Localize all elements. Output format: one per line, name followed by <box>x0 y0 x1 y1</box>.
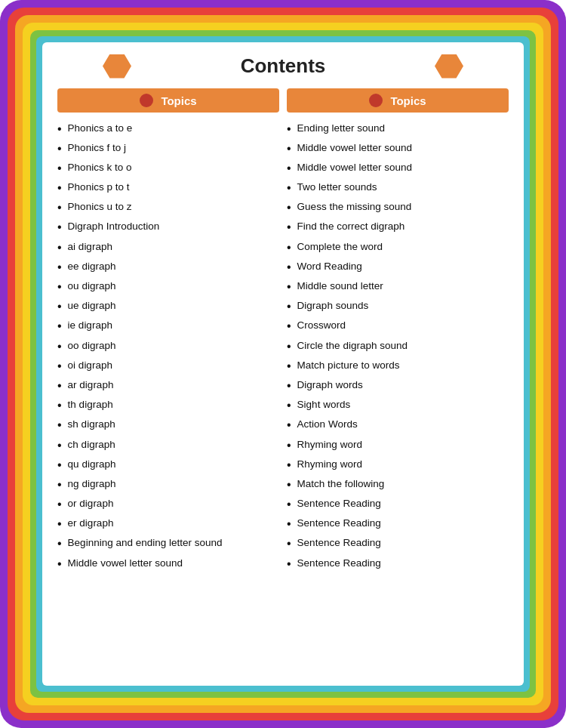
bullet-icon: • <box>57 260 62 274</box>
bullet-icon: • <box>287 557 291 571</box>
topic-text: Middle vowel letter sound <box>68 557 183 570</box>
topic-text: ng digraph <box>68 477 116 491</box>
list-item: •Ending letter sound <box>287 119 509 138</box>
list-item: •ar digraph <box>57 375 279 395</box>
topic-text: Digraph sounds <box>297 299 369 313</box>
left-hex-icon <box>103 54 131 79</box>
bullet-icon: • <box>57 220 62 234</box>
list-item: •Digraph words <box>287 375 509 395</box>
topic-text: Circle the digraph sound <box>297 339 408 353</box>
bullet-icon: • <box>57 378 62 393</box>
border-layer-3: Contents Topics •Phonics a to e•Phoni <box>23 23 543 705</box>
list-item: •Beginning and ending letter sound <box>57 534 279 554</box>
bullet-icon: • <box>57 161 62 175</box>
topic-text: Find the correct digraph <box>297 220 405 233</box>
list-item: •Phonics p to t <box>57 178 279 198</box>
right-header-dot <box>369 94 383 107</box>
topic-text: Phonics k to o <box>68 161 132 174</box>
bullet-icon: • <box>287 141 291 156</box>
topic-text: Digraph words <box>297 378 363 392</box>
bullet-icon: • <box>287 398 291 412</box>
list-item: •Action Words <box>287 415 509 435</box>
bullet-icon: • <box>57 458 62 472</box>
list-item: •th digraph <box>57 396 279 415</box>
topic-text: Middle vowel letter sound <box>297 161 412 174</box>
list-item: •ie digraph <box>57 316 279 336</box>
bullet-icon: • <box>287 319 291 333</box>
topic-text: Sentence Reading <box>297 536 381 550</box>
left-column-header: Topics <box>57 88 279 113</box>
list-item: •Phonics u to z <box>57 198 279 217</box>
topic-text: ue digraph <box>68 299 116 313</box>
topic-text: Sentence Reading <box>297 497 381 511</box>
topic-text: th digraph <box>68 398 113 412</box>
list-item: •oi digraph <box>57 356 279 375</box>
right-header-label: Topics <box>390 94 426 107</box>
topic-text: Sentence Reading <box>297 517 381 530</box>
bullet-icon: • <box>287 378 291 393</box>
title-row: Contents <box>57 54 509 78</box>
bullet-icon: • <box>287 279 291 294</box>
bullet-icon: • <box>57 438 62 452</box>
bullet-icon: • <box>287 260 291 274</box>
topic-text: Sentence Reading <box>297 557 381 570</box>
topic-text: ai digraph <box>68 240 112 254</box>
topic-text: ie digraph <box>68 319 112 332</box>
bullet-icon: • <box>287 536 291 551</box>
topic-text: ou digraph <box>68 279 116 293</box>
list-item: •Phonics a to e <box>57 119 279 138</box>
right-hex-icon <box>435 54 463 79</box>
topic-text: Two letter sounds <box>297 180 377 194</box>
topic-text: qu digraph <box>68 458 116 471</box>
bullet-icon: • <box>57 398 62 412</box>
topic-text: Rhyming word <box>297 438 362 452</box>
list-item: •Middle vowel letter sound <box>57 554 279 573</box>
bullet-icon: • <box>57 240 62 254</box>
bullet-icon: • <box>57 517 62 531</box>
bullet-icon: • <box>57 418 62 432</box>
left-topic-list: •Phonics a to e•Phonics f to j•Phonics k… <box>57 119 279 573</box>
left-header-dot <box>140 94 153 107</box>
list-item: •Phonics f to j <box>57 138 279 158</box>
topic-text: Middle sound letter <box>297 279 383 293</box>
right-column-header: Topics <box>287 88 509 113</box>
border-layer-5: Contents Topics •Phonics a to e•Phoni <box>36 36 530 692</box>
list-item: •Rhyming word <box>287 435 509 455</box>
bullet-icon: • <box>287 299 291 313</box>
topic-text: Match picture to words <box>297 359 400 372</box>
topic-text: Phonics u to z <box>68 200 132 214</box>
topic-text: oi digraph <box>68 359 112 372</box>
list-item: •Sentence Reading <box>287 554 509 573</box>
list-item: •er digraph <box>57 514 279 534</box>
list-item: •Word Reading <box>287 257 509 276</box>
list-item: •sh digraph <box>57 415 279 435</box>
bullet-icon: • <box>57 477 62 492</box>
list-item: •Sight words <box>287 396 509 415</box>
bullet-icon: • <box>57 359 62 373</box>
list-item: •oo digraph <box>57 336 279 356</box>
left-column: Topics •Phonics a to e•Phonics f to j•Ph… <box>57 88 279 573</box>
bullet-icon: • <box>287 161 291 175</box>
topic-text: Complete the word <box>297 240 383 254</box>
list-item: •Digraph sounds <box>287 297 509 316</box>
topic-text: Digraph Introduction <box>68 220 160 233</box>
page-title: Contents <box>241 54 326 78</box>
bullet-icon: • <box>287 122 291 136</box>
topic-text: Rhyming word <box>297 458 362 471</box>
list-item: •qu digraph <box>57 455 279 474</box>
bullet-icon: • <box>287 497 291 511</box>
outer-border: Contents Topics •Phonics a to e•Phoni <box>0 0 566 728</box>
bullet-icon: • <box>287 418 291 432</box>
bullet-icon: • <box>287 517 291 531</box>
topic-text: Crossword <box>297 319 346 332</box>
topic-text: Middle vowel letter sound <box>297 141 412 155</box>
border-layer-1: Contents Topics •Phonics a to e•Phoni <box>8 8 558 720</box>
inner-white: Contents Topics •Phonics a to e•Phoni <box>42 42 524 686</box>
columns-container: Topics •Phonics a to e•Phonics f to j•Ph… <box>57 88 509 573</box>
bullet-icon: • <box>57 339 62 353</box>
list-item: •ng digraph <box>57 474 279 494</box>
list-item: •Sentence Reading <box>287 514 509 534</box>
list-item: •Two letter sounds <box>287 178 509 198</box>
list-item: •ee digraph <box>57 257 279 276</box>
topic-text: Guess the missing sound <box>297 200 412 214</box>
